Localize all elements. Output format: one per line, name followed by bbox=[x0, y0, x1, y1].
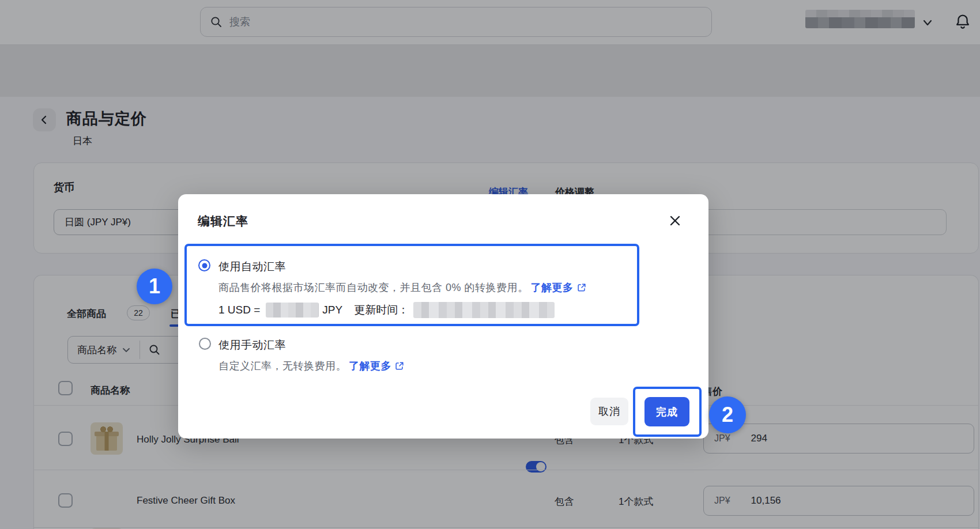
manual-rate-label[interactable]: 使用手动汇率 bbox=[218, 338, 286, 353]
modal-title: 编辑汇率 bbox=[198, 213, 248, 229]
manual-rate-description: 自定义汇率，无转换费用。 了解更多 bbox=[218, 359, 405, 373]
external-link-icon bbox=[394, 361, 405, 371]
annotation-step-1: 1 bbox=[137, 269, 172, 304]
close-icon[interactable] bbox=[665, 210, 685, 231]
learn-more-text: 了解更多 bbox=[349, 359, 391, 373]
learn-more-link[interactable]: 了解更多 bbox=[349, 359, 405, 373]
manual-rate-radio[interactable] bbox=[199, 338, 211, 350]
cancel-button[interactable]: 取消 bbox=[590, 398, 628, 425]
app-window: 商品与定价 日本 货币 日圆 (JPY JP¥) 编辑汇率 价格调整 全部商品 … bbox=[0, 0, 980, 529]
annotation-step-2: 2 bbox=[709, 396, 746, 433]
annotation-highlight-auto-rate bbox=[184, 244, 639, 326]
manual-rate-description-text: 自定义汇率，无转换费用。 bbox=[218, 359, 346, 373]
annotation-highlight-done bbox=[633, 387, 702, 437]
